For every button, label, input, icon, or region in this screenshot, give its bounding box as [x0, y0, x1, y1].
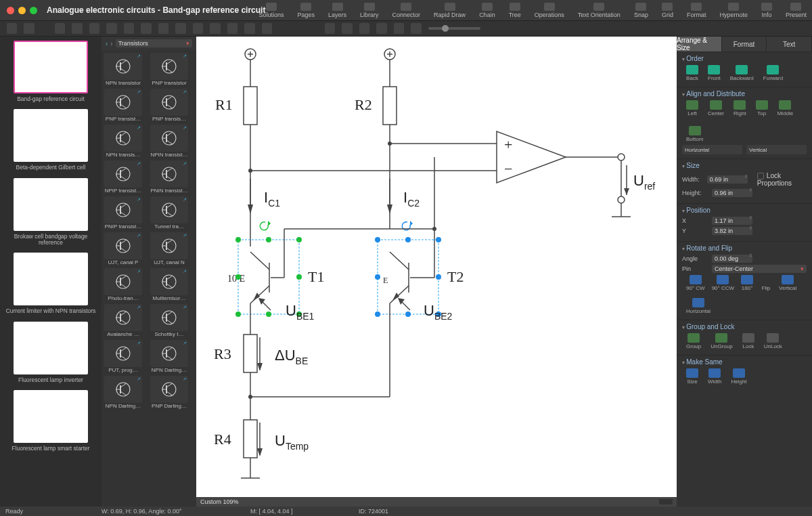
library-forward[interactable]: ›	[110, 40, 112, 47]
menu-layers[interactable]: Layers	[328, 3, 346, 18]
library-back[interactable]: ‹	[106, 40, 108, 47]
library-item-16[interactable]: PUT, prog…	[104, 340, 148, 373]
minimize-icon[interactable]	[18, 7, 26, 14]
drawing-canvas[interactable]: R1 R2 + − Uref IC1 IC2	[196, 37, 677, 507]
tab-format[interactable]: Format	[722, 37, 767, 51]
library-item-2[interactable]: PNP transist…	[104, 89, 148, 122]
menu-library[interactable]: Library	[360, 3, 379, 18]
tool-text[interactable]	[24, 23, 34, 34]
library-item-0[interactable]: NPN transistor	[104, 53, 148, 86]
library-item-10[interactable]: UJT, canal P	[104, 232, 148, 265]
group-button[interactable]: Group	[686, 333, 701, 349]
library-item-11[interactable]: UJT, canal N	[150, 232, 194, 265]
tab-arrange[interactable]: Arrange & Size	[677, 37, 722, 51]
library-item-1[interactable]: PNP transistor	[150, 53, 194, 86]
make-same-height[interactable]: Height	[731, 368, 746, 385]
align-left[interactable]: Left	[686, 100, 698, 116]
x-field[interactable]: 1.17 in	[712, 217, 752, 225]
menu-text-orientation[interactable]: Text Orientation	[578, 3, 621, 18]
thumbnail-2[interactable]: Brokaw cell bandgap voltage reference	[4, 178, 97, 246]
library-item-4[interactable]: NPN transis…	[104, 125, 148, 158]
flip-vertical[interactable]: Vertical	[779, 275, 796, 291]
tool-table[interactable]	[262, 23, 272, 34]
menu-info[interactable]: Info	[761, 3, 772, 18]
library-item-12[interactable]: Photo-tran…	[104, 268, 148, 301]
library-item-13[interactable]: Multiemisor…	[150, 268, 194, 301]
library-item-19[interactable]: PNP Darling…	[150, 376, 194, 409]
tool-brush[interactable]	[376, 23, 386, 34]
pin-select[interactable]: Center-Center	[712, 265, 807, 273]
tool-eyedropper[interactable]	[359, 23, 369, 34]
make-same-size[interactable]: Size	[686, 368, 698, 385]
menu-format[interactable]: Format	[687, 3, 706, 18]
thumbnail-1[interactable]: Beta-dependent Gilbert cell	[4, 109, 97, 171]
menu-operations[interactable]: Operations	[535, 3, 564, 18]
tool-crop[interactable]	[411, 23, 421, 34]
tool-textbox[interactable]	[89, 23, 99, 34]
tool-line[interactable]	[141, 23, 151, 34]
close-icon[interactable]	[7, 7, 14, 14]
flip-horizontal[interactable]: Horizontal	[686, 298, 710, 314]
order-backward[interactable]: Backward	[730, 65, 754, 81]
zoom-slider[interactable]	[428, 27, 480, 30]
thumbnail-0[interactable]: Band-gap reference circuit	[4, 41, 97, 102]
tool-pencil[interactable]	[124, 23, 134, 34]
scroll-thumb[interactable]	[659, 499, 673, 504]
tool-ellipse[interactable]	[72, 23, 82, 34]
tool-select[interactable]	[7, 23, 17, 34]
tool-rect[interactable]	[55, 23, 65, 34]
library-item-7[interactable]: PNIN transist…	[150, 160, 194, 194]
tool-zoom[interactable]	[325, 23, 335, 34]
align-bottom[interactable]: Bottom	[686, 126, 703, 142]
align-middle[interactable]: Middle	[777, 100, 794, 116]
align-right[interactable]: Right	[734, 100, 746, 116]
order-front[interactable]: Front	[708, 65, 721, 81]
thumbnail-3[interactable]: Current limiter with NPN transistors	[4, 253, 97, 314]
menu-rapid-draw[interactable]: Rapid Draw	[434, 3, 466, 18]
zoom-icon[interactable]	[30, 7, 37, 14]
rotate-180[interactable]: 180°	[741, 275, 753, 291]
menu-tree[interactable]: Tree	[509, 3, 521, 18]
unlock-button[interactable]: UnLock	[764, 333, 782, 349]
menu-pages[interactable]: Pages	[298, 3, 315, 18]
align-top[interactable]: Top	[756, 100, 768, 116]
make-same-width[interactable]: Width	[708, 368, 721, 385]
thumbnail-4[interactable]: Fluorescent lamp inverter	[4, 322, 97, 383]
order-forward[interactable]: Forward	[763, 65, 783, 81]
tool-hand[interactable]	[342, 23, 352, 34]
menu-solutions[interactable]: Solutions	[258, 3, 284, 18]
y-field[interactable]: 3.82 in	[712, 227, 752, 235]
lock-button[interactable]: Lock	[742, 333, 754, 349]
tool-spline[interactable]	[175, 23, 185, 34]
tool-smart-connector[interactable]	[244, 23, 254, 34]
tool-polyline[interactable]	[210, 23, 220, 34]
slider-knob[interactable]	[442, 25, 449, 32]
library-item-18[interactable]: NPN Darling…	[104, 376, 148, 409]
menu-grid[interactable]: Grid	[662, 3, 673, 18]
library-item-5[interactable]: NPIN transist…	[150, 125, 194, 158]
library-item-17[interactable]: NPN Darling…	[150, 340, 194, 373]
menu-hypernote[interactable]: Hypernote	[719, 3, 748, 18]
menu-connector[interactable]: Connector	[392, 3, 421, 18]
menu-present[interactable]: Present	[786, 3, 807, 18]
library-item-9[interactable]: Tunnel tra…	[150, 196, 194, 230]
tool-arc[interactable]	[158, 23, 168, 34]
distribute-horizontal[interactable]: Horizontal	[682, 145, 742, 154]
tool-connector[interactable]	[227, 23, 238, 34]
order-back[interactable]: Back	[686, 65, 698, 81]
library-category-select[interactable]: Transistors	[116, 39, 192, 47]
library-item-6[interactable]: NPIP transist…	[104, 160, 148, 194]
library-item-14[interactable]: Avalanche …	[104, 304, 148, 337]
distribute-vertical[interactable]: Vertical	[746, 145, 807, 154]
menu-chain[interactable]: Chain	[479, 3, 495, 18]
lock-proportions-checkbox[interactable]	[757, 173, 764, 179]
library-item-8[interactable]: PNIP transist…	[104, 196, 148, 230]
thumbnail-5[interactable]: Fluorescent lamp smart starter	[4, 390, 97, 452]
height-field[interactable]: 0.96 in	[712, 189, 752, 197]
width-field[interactable]: 0.69 in	[707, 175, 748, 184]
angle-field[interactable]: 0.00 deg	[712, 255, 752, 263]
tool-magic[interactable]	[394, 23, 404, 34]
rotate-90cw[interactable]: 90° CW	[686, 275, 705, 291]
tool-bezier[interactable]	[193, 23, 203, 34]
menu-snap[interactable]: Snap	[634, 3, 648, 18]
